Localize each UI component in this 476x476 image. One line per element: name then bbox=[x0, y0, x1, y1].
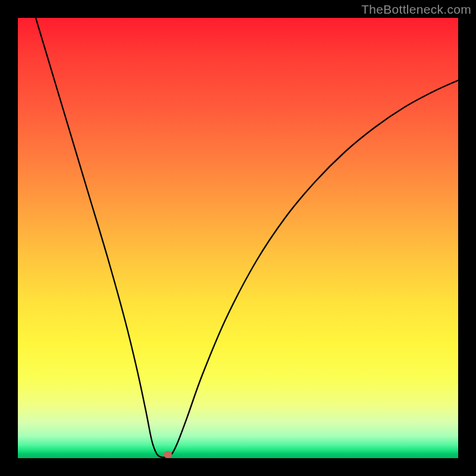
curve-svg bbox=[18, 18, 458, 458]
watermark-label: TheBottleneck.com bbox=[361, 2, 471, 17]
bottleneck-curve bbox=[36, 18, 458, 458]
plot-area bbox=[18, 18, 458, 458]
minimum-marker bbox=[164, 451, 172, 458]
chart-frame: TheBottleneck.com bbox=[0, 0, 476, 476]
